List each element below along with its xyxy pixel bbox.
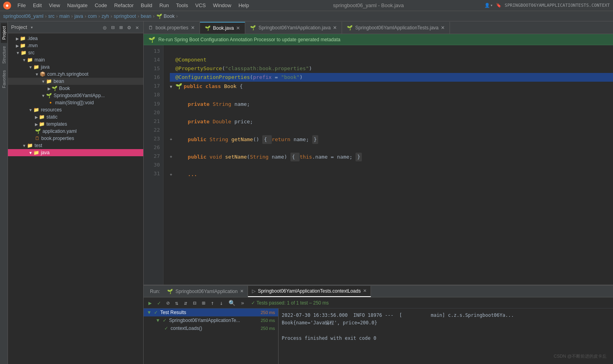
method-icon: 🔸 bbox=[48, 100, 54, 105]
tab-close-springtests[interactable]: ✕ bbox=[441, 25, 445, 31]
tree-idea[interactable]: ▶ 📁 .idea bbox=[8, 35, 143, 42]
tree-label: java bbox=[41, 150, 50, 155]
tree-templates[interactable]: ▶ 📁 templates bbox=[8, 121, 143, 128]
menu-code[interactable]: Code bbox=[92, 2, 110, 9]
test-class-item[interactable]: ▼ ✓ Springboot06YamlApplicationTe... 250… bbox=[144, 316, 278, 324]
tree-book[interactable]: ▶ 🌱 Book bbox=[8, 85, 143, 92]
tab-close-springapp[interactable]: ✕ bbox=[333, 25, 337, 31]
code-line-14: @Component bbox=[170, 56, 613, 64]
spring-app-icon: 🌱 bbox=[46, 93, 52, 98]
bottom-tab-tests[interactable]: ▷ Springboot06YamlApplicationTests.conte… bbox=[248, 286, 371, 297]
menu-window[interactable]: Window bbox=[210, 2, 234, 9]
tab-icon-springapp: 🌱 bbox=[250, 25, 256, 31]
expand-btn[interactable]: ⊞ bbox=[200, 299, 207, 307]
code-content[interactable]: @Component @PropertySource("classpath:bo… bbox=[163, 45, 613, 285]
tree-mvn[interactable]: ▶ 📁 .mvn bbox=[8, 42, 143, 49]
menu-help[interactable]: Help bbox=[235, 2, 252, 9]
tree-com-zyh[interactable]: ▼ 📦 com.zyh.springboot bbox=[8, 71, 143, 78]
close-run-tests[interactable]: ✕ bbox=[363, 288, 367, 293]
tab-springapp[interactable]: 🌱 Springboot06YamlApplication.java ✕ bbox=[245, 22, 342, 34]
tree-main[interactable]: ▼ 📁 main bbox=[8, 56, 143, 63]
menu-tools[interactable]: Tools bbox=[173, 2, 191, 9]
menu-file[interactable]: File bbox=[14, 2, 29, 9]
tree-main-method[interactable]: 🔸 main(String[]):void bbox=[8, 99, 143, 106]
down-btn[interactable]: ↓ bbox=[218, 299, 225, 307]
code-editor[interactable]: 13 14 15 16 17 18 19 20 21 22 23 26 27 3… bbox=[144, 45, 613, 285]
breadcrumb-src[interactable]: src bbox=[48, 13, 54, 19]
sort-btn[interactable]: ⇅ bbox=[173, 299, 180, 307]
tree-test-java[interactable]: ▼ 📁 java bbox=[8, 149, 143, 156]
code-line-30 bbox=[170, 161, 613, 170]
tab-book-properties[interactable]: 🗒 book.properties ✕ bbox=[144, 22, 200, 34]
rerun-btn[interactable]: ✓ bbox=[156, 299, 162, 307]
up-btn[interactable]: ↑ bbox=[209, 299, 215, 307]
sep1: › bbox=[45, 13, 46, 19]
sort2-btn[interactable]: ⇵ bbox=[183, 299, 189, 307]
search-btn[interactable]: 🔍 bbox=[227, 299, 237, 307]
breadcrumb-zyh[interactable]: zyh bbox=[102, 13, 109, 19]
settings-btn[interactable]: ⚙ bbox=[126, 23, 132, 31]
menu-build[interactable]: Build bbox=[138, 2, 156, 9]
run-btn[interactable]: ▶ bbox=[147, 299, 153, 307]
code-line-18 bbox=[170, 91, 613, 100]
breadcrumb-project[interactable]: springboot06_yaml bbox=[3, 13, 43, 19]
folder-icon: 📁 bbox=[33, 107, 39, 113]
menu-view[interactable]: View bbox=[46, 2, 63, 9]
tab-book-java[interactable]: 🌱 Book.java ✕ bbox=[200, 22, 246, 34]
breadcrumb-book[interactable]: Book bbox=[164, 13, 175, 19]
folder-icon: 📁 bbox=[39, 121, 45, 127]
favorites-tab[interactable]: Favorites bbox=[1, 67, 7, 91]
check-pass-icon: ✓ bbox=[154, 310, 158, 315]
tab-springtests[interactable]: 🌱 Springboot06YamlApplicationTests.java … bbox=[342, 22, 450, 34]
breadcrumb-main[interactable]: main bbox=[59, 13, 69, 19]
tree-spring-app[interactable]: ▼ 🌱 Springboot06YamlApp... bbox=[8, 92, 143, 99]
collapse-btn[interactable]: ⊟ bbox=[191, 299, 198, 307]
tree-java[interactable]: ▼ 📁 java bbox=[8, 63, 143, 71]
menu-edit[interactable]: Edit bbox=[30, 2, 45, 9]
tab-close-props[interactable]: ✕ bbox=[191, 25, 195, 31]
folder-icon: 📁 bbox=[20, 43, 26, 48]
folder-icon: 📁 bbox=[21, 50, 27, 56]
breadcrumb-java[interactable]: java bbox=[74, 13, 83, 19]
code-line-21: private Double price; bbox=[170, 117, 613, 126]
menu-navigate[interactable]: Navigate bbox=[64, 2, 90, 9]
stop-btn[interactable]: ⊘ bbox=[165, 299, 171, 307]
tree-src[interactable]: ▼ 📁 src bbox=[8, 49, 143, 56]
test-results-header[interactable]: ▼ ✓ Test Results 250 ms bbox=[144, 308, 278, 316]
tree-application-yaml[interactable]: 🌱 application.yaml bbox=[8, 128, 143, 135]
project-title: Project bbox=[11, 24, 27, 30]
project-panel: Project ▾ ◎ ⊟ ⊞ ⚙ ✕ ▶ 📁 .idea ▶ 📁 .mvn bbox=[8, 21, 144, 364]
expand-all-btn[interactable]: ⊞ bbox=[118, 23, 124, 31]
tree-book-properties[interactable]: 🗒 book.properties bbox=[8, 135, 143, 142]
breadcrumb-bean[interactable]: bean bbox=[141, 13, 152, 19]
main-area: Project Structure Favorites Project ▾ ◎ … bbox=[0, 21, 613, 364]
locate-file-btn[interactable]: ◎ bbox=[102, 23, 108, 31]
vcs-icon[interactable]: 👤▾ bbox=[484, 3, 493, 8]
expand-icon: ▼ bbox=[156, 318, 160, 323]
pass-icon: ▼ bbox=[147, 310, 152, 315]
tree-static[interactable]: ▶ 📁 static bbox=[8, 113, 143, 121]
tab-close-book[interactable]: ✕ bbox=[236, 25, 240, 31]
breadcrumb-com[interactable]: com bbox=[88, 13, 97, 19]
navigate-icon[interactable]: 🔖 bbox=[496, 3, 502, 8]
bottom-tab-run-app[interactable]: 🌱 Springboot06YamlApplication ✕ bbox=[163, 286, 248, 297]
close-panel-btn[interactable]: ✕ bbox=[135, 23, 140, 31]
notif-icon: 🌱 bbox=[148, 36, 155, 43]
close-run-app[interactable]: ✕ bbox=[240, 289, 244, 294]
project-tab[interactable]: Project bbox=[1, 23, 7, 43]
breadcrumb-springboot[interactable]: springboot bbox=[114, 13, 136, 19]
bottom-tabs: Run: 🌱 Springboot06YamlApplication ✕ ▷ S… bbox=[144, 285, 613, 297]
tree-test[interactable]: ▼ 📁 test bbox=[8, 142, 143, 149]
test-method-item[interactable]: ✓ contextLoads() 250 ms bbox=[144, 324, 278, 332]
more-btn[interactable]: » bbox=[239, 299, 246, 307]
tree-resources[interactable]: ▼ 📁 resources bbox=[8, 106, 143, 113]
structure-tab[interactable]: Structure bbox=[1, 43, 7, 67]
console-line-2: Book{name='Java编程', price=200.0} bbox=[282, 319, 610, 327]
menu-vcs[interactable]: VCS bbox=[192, 2, 209, 9]
menu-run[interactable]: Run bbox=[156, 2, 172, 9]
tree-bean[interactable]: ▼ 📁 bean bbox=[8, 78, 143, 85]
project-dropdown[interactable]: ▾ bbox=[30, 25, 33, 30]
props-icon: 🗒 bbox=[35, 136, 40, 141]
collapse-all-btn[interactable]: ⊟ bbox=[110, 23, 115, 31]
menu-refactor[interactable]: Refactor bbox=[111, 2, 137, 9]
